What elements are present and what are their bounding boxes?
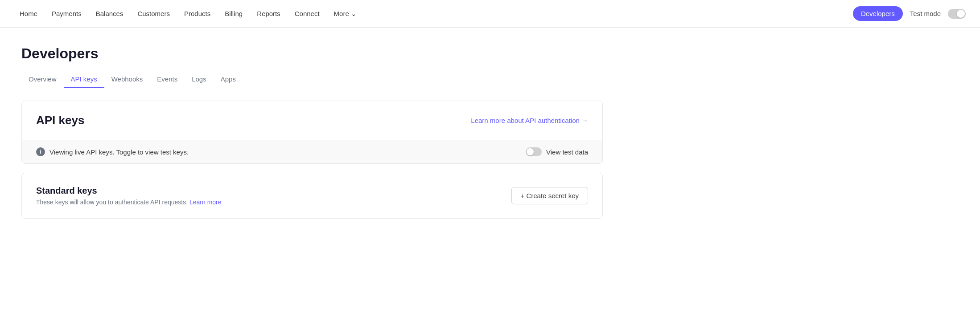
- nav-more-label: More: [334, 10, 349, 17]
- api-keys-card-header: API keys Learn more about API authentica…: [22, 101, 602, 140]
- nav-home[interactable]: Home: [14, 6, 43, 21]
- main-content: Developers Overview API keys Webhooks Ev…: [0, 28, 624, 236]
- nav-reports[interactable]: Reports: [251, 6, 286, 21]
- info-bar-text: Viewing live API keys. Toggle to view te…: [49, 148, 189, 156]
- tab-api-keys[interactable]: API keys: [64, 71, 104, 88]
- standard-keys-learn-more-link[interactable]: Learn more: [189, 199, 222, 206]
- learn-more-api-auth-link[interactable]: Learn more about API authentication →: [471, 117, 588, 124]
- view-test-data-toggle[interactable]: [526, 147, 542, 156]
- chevron-down-icon: ⌄: [351, 10, 357, 18]
- test-mode-toggle[interactable]: [948, 9, 966, 19]
- standard-keys-title: Standard keys: [36, 186, 222, 196]
- tab-overview[interactable]: Overview: [21, 71, 64, 88]
- info-bar-left: i Viewing live API keys. Toggle to view …: [36, 147, 189, 156]
- test-mode-label: Test mode: [910, 10, 941, 17]
- standard-keys-card: Standard keys These keys will allow you …: [21, 173, 603, 219]
- developers-button[interactable]: Developers: [853, 6, 903, 21]
- nav-payments[interactable]: Payments: [46, 6, 87, 21]
- nav-actions: Developers Test mode: [853, 6, 966, 21]
- standard-keys-info: Standard keys These keys will allow you …: [36, 186, 222, 206]
- create-secret-key-button[interactable]: + Create secret key: [511, 187, 588, 204]
- nav-connect[interactable]: Connect: [289, 6, 325, 21]
- nav-balances[interactable]: Balances: [91, 6, 129, 21]
- api-keys-card-title: API keys: [36, 114, 84, 127]
- view-test-data-label: View test data: [546, 148, 588, 156]
- nav-links: Home Payments Balances Customers Product…: [14, 6, 853, 21]
- top-navigation: Home Payments Balances Customers Product…: [0, 0, 980, 28]
- standard-keys-description: These keys will allow you to authenticat…: [36, 199, 222, 206]
- sub-tabs: Overview API keys Webhooks Events Logs A…: [21, 71, 603, 88]
- nav-more[interactable]: More ⌄: [329, 6, 362, 21]
- tab-logs[interactable]: Logs: [185, 71, 214, 88]
- tab-apps[interactable]: Apps: [214, 71, 243, 88]
- nav-products[interactable]: Products: [179, 6, 216, 21]
- api-keys-card: API keys Learn more about API authentica…: [21, 101, 603, 164]
- info-icon: i: [36, 147, 45, 156]
- page-title: Developers: [21, 45, 603, 62]
- nav-billing[interactable]: Billing: [219, 6, 248, 21]
- info-bar: i Viewing live API keys. Toggle to view …: [22, 140, 602, 163]
- tab-events[interactable]: Events: [150, 71, 185, 88]
- nav-customers[interactable]: Customers: [132, 6, 175, 21]
- standard-keys-header: Standard keys These keys will allow you …: [22, 173, 602, 218]
- info-bar-right: View test data: [526, 147, 588, 156]
- tab-webhooks[interactable]: Webhooks: [104, 71, 150, 88]
